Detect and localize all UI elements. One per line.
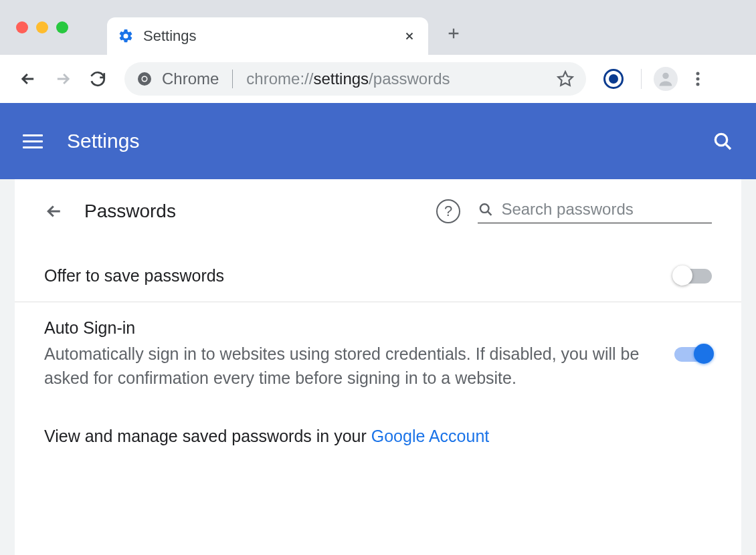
gear-icon <box>118 28 134 44</box>
reload-button[interactable] <box>83 64 112 94</box>
svg-point-4 <box>609 74 618 84</box>
svg-point-7 <box>696 77 700 80</box>
svg-point-6 <box>696 72 700 75</box>
content-area: Passwords ? Offer to save passwords Auto… <box>0 179 756 555</box>
omnibox-separator <box>232 70 233 88</box>
omnibox-url: chrome://settings/passwords <box>246 70 450 88</box>
chrome-icon <box>136 71 153 87</box>
address-bar[interactable]: Chrome chrome://settings/passwords <box>124 62 586 96</box>
browser-tab[interactable]: Settings <box>107 17 428 55</box>
window-titlebar: Settings <box>0 0 756 55</box>
section-header: Passwords ? <box>15 179 741 250</box>
url-host: settings <box>313 70 369 88</box>
tab-close-button[interactable] <box>401 28 417 44</box>
settings-card: Passwords ? Offer to save passwords Auto… <box>15 179 741 555</box>
auto-signin-row: Auto Sign-in Automatically sign in to we… <box>15 302 741 407</box>
auto-signin-description: Automatically sign in to websites using … <box>44 342 654 391</box>
url-prefix: chrome:// <box>246 70 313 88</box>
manage-passwords-row: View and manage saved passwords in your … <box>15 407 741 446</box>
svg-point-2 <box>143 77 147 81</box>
browser-toolbar: Chrome chrome://settings/passwords <box>0 55 756 103</box>
bookmark-star-button[interactable] <box>557 70 574 88</box>
browser-menu-button[interactable] <box>683 71 713 87</box>
offer-save-toggle[interactable] <box>674 269 712 284</box>
menu-button[interactable] <box>23 128 50 154</box>
profile-avatar-button[interactable] <box>654 67 678 91</box>
window-maximize-button[interactable] <box>56 21 68 33</box>
back-button[interactable] <box>44 201 64 221</box>
omnibox-scheme-label: Chrome <box>162 70 219 88</box>
search-passwords-field[interactable] <box>478 200 712 223</box>
traffic-lights <box>0 21 68 33</box>
page-title: Passwords <box>84 201 176 222</box>
offer-save-title: Offer to save passwords <box>44 266 654 286</box>
svg-point-10 <box>480 204 489 213</box>
google-account-link[interactable]: Google Account <box>371 427 490 445</box>
help-button[interactable]: ? <box>436 199 460 223</box>
window-close-button[interactable] <box>16 21 28 33</box>
svg-point-5 <box>662 72 668 78</box>
settings-appbar: Settings <box>0 103 756 179</box>
appbar-search-button[interactable] <box>712 130 733 152</box>
nav-back-button[interactable] <box>13 64 43 94</box>
auto-signin-toggle[interactable] <box>674 347 712 362</box>
search-icon <box>478 201 493 218</box>
svg-point-9 <box>715 134 727 145</box>
svg-marker-3 <box>558 72 573 86</box>
url-path: /passwords <box>369 70 450 88</box>
manage-passwords-text: View and manage saved passwords in your <box>44 427 371 445</box>
tab-title: Settings <box>143 27 392 45</box>
new-tab-button[interactable] <box>442 21 466 45</box>
window-minimize-button[interactable] <box>36 21 48 33</box>
svg-point-8 <box>696 82 700 86</box>
appbar-title: Settings <box>67 130 139 152</box>
toolbar-separator <box>641 69 642 89</box>
nav-forward-button[interactable] <box>48 64 78 94</box>
auto-signin-title: Auto Sign-in <box>44 318 654 338</box>
search-passwords-input[interactable] <box>501 200 712 219</box>
extension-1password-icon[interactable] <box>603 69 624 89</box>
offer-save-passwords-row: Offer to save passwords <box>15 250 741 302</box>
